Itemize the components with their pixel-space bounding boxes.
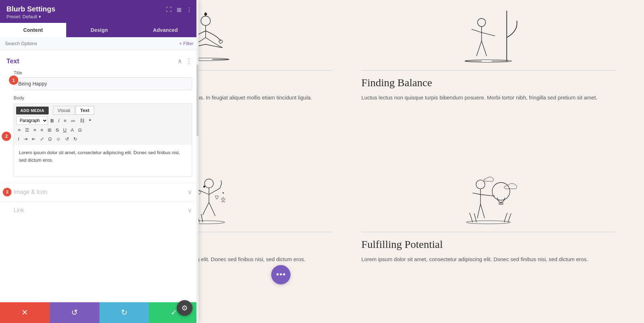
body-field-row: 2 Body ADD MEDIA Visual Text Paragraph	[14, 95, 192, 177]
text-collapse-icon[interactable]: ∧	[177, 57, 182, 65]
filter-button[interactable]: + Filter	[179, 41, 194, 46]
gear-icon: ⚙	[181, 304, 188, 312]
sidebar-footer: ✕ ↺ ↻ ✓	[0, 302, 199, 323]
svg-point-15	[466, 220, 511, 224]
sidebar-body: Text ∧ ⋮ 1 Title 2 Body	[0, 50, 199, 302]
body-editor-area[interactable]: Lorem ipsum dolor sit amet, consectetur …	[14, 145, 192, 177]
more-options-icon[interactable]: ⋮	[186, 6, 192, 13]
sidebar-title: Blurb Settings	[6, 5, 55, 13]
svg-point-16	[476, 180, 485, 189]
toolbar-row-media: ADD MEDIA Visual Text	[16, 105, 190, 116]
undo-button[interactable]: ↺	[50, 302, 99, 323]
cancel-button[interactable]: ✕	[0, 302, 50, 323]
blurb-card-finding-balance: Finding Balance Luctus lectus non quisqu…	[361, 7, 615, 155]
bold-button[interactable]: B	[49, 117, 55, 124]
link-expand-icon: ∨	[187, 206, 192, 214]
fullscreen-editor-button[interactable]: ⤢	[38, 135, 46, 143]
step-badge-3: 3	[3, 188, 11, 196]
bullet-list-button[interactable]: ≡	[62, 117, 68, 124]
link-button[interactable]: ⛓	[78, 117, 86, 124]
text-section-header: Text ∧ ⋮	[0, 55, 199, 67]
special-button[interactable]: Ω	[47, 135, 54, 143]
svg-point-1	[201, 16, 210, 25]
justify-button[interactable]: ≡	[39, 126, 45, 134]
underline-button[interactable]: U	[61, 126, 68, 134]
text-section-title: Text	[6, 58, 19, 65]
redo-button[interactable]: ↻	[99, 302, 149, 323]
title-label: Title	[14, 70, 192, 75]
tab-advanced[interactable]: Advanced	[132, 23, 199, 37]
divider-2	[361, 70, 615, 70]
editor-toolbar: ADD MEDIA Visual Text Paragraph B I ≡ ≔	[14, 103, 192, 145]
svg-point-12	[204, 179, 213, 188]
body-label: Body	[14, 95, 192, 101]
dots-icon: •••	[276, 269, 286, 280]
sidebar-panel: Blurb Settings Preset: Default ▾ ⛶ ⊞ ⋮ C…	[0, 0, 199, 323]
tab-content[interactable]: Content	[0, 23, 66, 37]
title-input[interactable]	[14, 77, 192, 90]
svg-point-14	[223, 192, 224, 194]
illustration-fulfilling-potential	[361, 169, 615, 226]
step-badge-1: 1	[9, 75, 18, 85]
italic2-button[interactable]: I	[16, 135, 21, 143]
link-title: Link	[14, 207, 24, 214]
special-chars-button[interactable]: Ω	[77, 126, 84, 134]
tab-design[interactable]: Design	[66, 23, 132, 37]
svg-point-7	[478, 19, 486, 27]
blurb-card-fulfilling-potential: Fulfilling Potential Lorem ipsum dolor s…	[361, 169, 615, 316]
text-more-icon[interactable]: ⋮	[186, 57, 192, 65]
main-fab-button[interactable]: •••	[271, 265, 291, 284]
strikethrough-button[interactable]: S	[54, 126, 61, 134]
image-icon-title: Image & Icon	[14, 189, 47, 195]
scrollbar-thumb[interactable]	[196, 64, 199, 136]
sidebar-search-bar: + Filter	[0, 37, 199, 50]
search-input[interactable]	[5, 41, 176, 46]
sidebar-tabs: Content Design Advanced	[0, 23, 199, 37]
card-title-fulfilling-potential: Fulfilling Potential	[361, 238, 615, 251]
grid-icon[interactable]: ⊞	[177, 6, 181, 13]
text-tab[interactable]: Text	[75, 106, 94, 115]
cancel-icon: ✕	[21, 308, 28, 317]
save-icon: ✓	[171, 308, 177, 317]
add-media-button[interactable]: ADD MEDIA	[16, 107, 49, 114]
align-left-button[interactable]: ≡	[16, 126, 23, 134]
text-section: Text ∧ ⋮ 1 Title 2 Body	[0, 55, 199, 183]
card-body-fulfilling-potential: Lorem ipsum dolor sit amet, consectetur …	[361, 255, 615, 264]
redo-button[interactable]: ↻	[72, 135, 79, 143]
image-icon-section[interactable]: 3 Image & Icon ∨	[0, 183, 199, 201]
visual-tab[interactable]: Visual	[53, 106, 75, 115]
undo-icon: ↺	[71, 308, 78, 317]
text-section-content: 1 Title 2 Body ADD MEDIA Visual Text	[0, 67, 199, 183]
outdent-button[interactable]: ⇤	[30, 135, 38, 143]
toolbar-row-format: Paragraph B I ≡ ≔ ⛓ ❝	[16, 116, 190, 126]
image-icon-expand-icon: ∨	[187, 188, 192, 196]
step-badge-2: 2	[2, 132, 11, 141]
illustration-finding-balance	[361, 7, 615, 64]
sidebar-header-icons: ⛶ ⊞ ⋮	[166, 5, 192, 13]
title-field-row: 1 Title	[14, 70, 192, 90]
emoji-button[interactable]: ☺	[54, 135, 62, 143]
blockquote-button[interactable]: ❝	[87, 117, 93, 124]
paragraph-select[interactable]: Paragraph	[16, 116, 48, 125]
numbered-list-button[interactable]: ≔	[69, 117, 77, 124]
align-center-button[interactable]: ☰	[23, 126, 31, 134]
undo-button[interactable]: ↺	[63, 135, 71, 143]
align-right-button[interactable]: ≡	[32, 126, 38, 134]
italic-button[interactable]: I	[56, 117, 61, 124]
text-section-controls: ∧ ⋮	[177, 57, 192, 65]
svg-point-13	[203, 186, 205, 187]
table-button[interactable]: ⊞	[46, 126, 53, 134]
card-body-finding-balance: Luctus lectus non quisque turpis bibendu…	[361, 93, 615, 102]
divider-4	[361, 232, 615, 232]
indent-button[interactable]: ⇥	[22, 135, 29, 143]
scrollbar-track	[196, 50, 199, 302]
svg-point-3	[219, 40, 223, 43]
font-color-button[interactable]: A	[69, 126, 76, 134]
sidebar-preset: Preset: Default ▾	[6, 14, 55, 19]
card-title-finding-balance: Finding Balance	[361, 76, 615, 89]
floating-help-button[interactable]: ⚙	[177, 300, 192, 316]
link-section[interactable]: Link ∨	[0, 201, 199, 219]
toolbar-row-extra: I ⇥ ⇤ ⤢ Ω ☺ ↺ ↻	[16, 134, 190, 143]
fullscreen-icon[interactable]: ⛶	[166, 6, 172, 13]
sidebar-header: Blurb Settings Preset: Default ▾ ⛶ ⊞ ⋮	[0, 0, 199, 23]
